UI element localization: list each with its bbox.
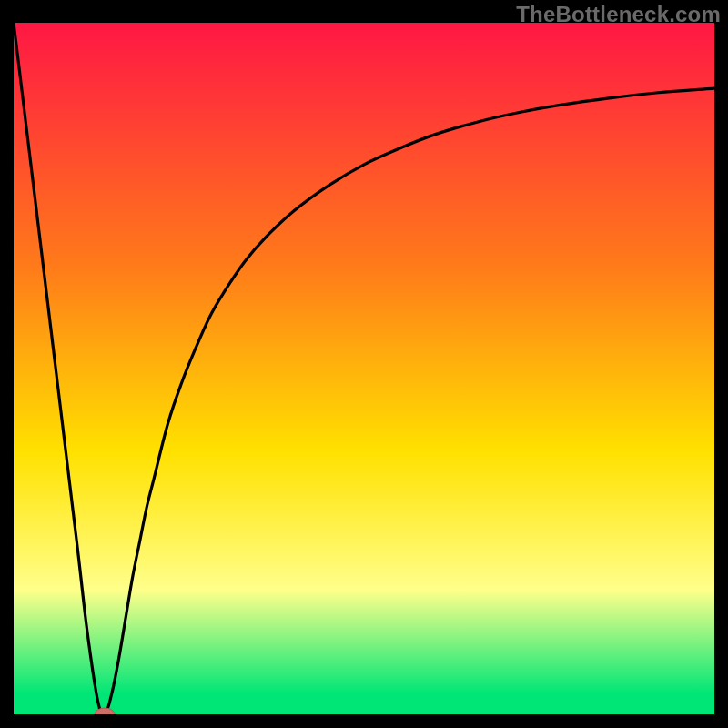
plot-area [14,23,714,714]
chart-background [14,23,714,714]
watermark-text: TheBottleneck.com [516,2,721,27]
chart-frame: TheBottleneck.com [0,0,728,728]
chart-svg [14,23,714,714]
